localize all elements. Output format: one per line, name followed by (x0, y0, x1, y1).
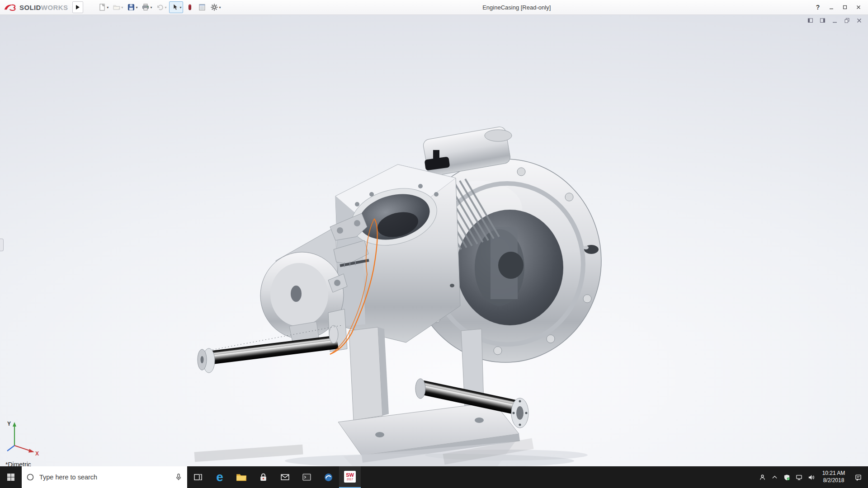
appearance-button[interactable] (184, 1, 195, 13)
graphics-area[interactable]: Y X *Dimetric (0, 14, 868, 466)
dropdown-caret: ▾ (219, 5, 221, 9)
people-button[interactable] (759, 474, 766, 481)
maximize-button[interactable] (838, 2, 852, 13)
save-button[interactable]: ▾ (126, 1, 139, 13)
undo-icon (156, 3, 164, 11)
doc-close-icon (856, 18, 862, 23)
doc-restore-icon (844, 18, 850, 23)
pane-left-icon (807, 18, 813, 23)
defender-button[interactable] (783, 474, 790, 481)
taskbar-search[interactable] (22, 466, 187, 488)
task-view-button[interactable] (187, 466, 209, 488)
appearance-icon (186, 3, 194, 11)
search-input[interactable] (38, 473, 170, 481)
dropdown-caret: ▾ (121, 5, 123, 9)
engine-casing-model[interactable] (0, 14, 868, 466)
open-button[interactable]: ▾ (111, 1, 124, 13)
pane-right-button[interactable] (819, 17, 826, 24)
undo-button[interactable]: ▾ (155, 1, 168, 13)
titlebar: SOLIDWORKS ▾ ▾ ▾ (0, 0, 868, 15)
maximize-icon (842, 5, 848, 10)
taskbar-mail-button[interactable] (274, 466, 296, 488)
menu-flyout-button[interactable] (72, 1, 83, 13)
options-gear-icon (210, 3, 218, 11)
solidworks-logo: SOLIDWORKS (0, 3, 72, 11)
brand-text: SOLIDWORKS (19, 4, 68, 11)
solidworks-window: SOLIDWORKS ▾ ▾ ▾ (0, 0, 868, 488)
system-tray: 10:21 AM 8/2/2018 (755, 466, 868, 488)
microphone-icon[interactable] (175, 473, 183, 481)
view-orientation-label: *Dimetric (5, 461, 31, 466)
tray-expand-button[interactable] (771, 474, 778, 481)
taskbar-file-explorer-button[interactable] (231, 466, 252, 488)
minimize-button[interactable] (825, 2, 838, 13)
ds-logo-icon (4, 3, 17, 11)
file-explorer-icon (236, 473, 247, 482)
help-button[interactable]: ? (811, 2, 825, 13)
open-folder-icon (113, 3, 121, 11)
pane-right-icon (820, 18, 826, 23)
close-button[interactable] (852, 2, 865, 13)
console-app-icon (302, 473, 311, 482)
task-view-icon (193, 473, 203, 482)
save-icon (127, 3, 135, 11)
solidworks-icon: SW 2017 (344, 471, 356, 483)
print-button[interactable]: ▾ (140, 1, 153, 13)
windows-start-icon (6, 473, 15, 482)
taskbar-clock[interactable]: 10:21 AM 8/2/2018 (820, 470, 848, 484)
flyout-arrow-icon (76, 5, 80, 9)
windows-taskbar: e (0, 466, 868, 488)
document-window-controls (807, 17, 863, 24)
taskbar-lock-app-button[interactable] (252, 466, 274, 488)
doc-close-button[interactable] (856, 17, 863, 24)
triad-x-label: X (35, 450, 39, 456)
volume-icon (808, 474, 815, 481)
people-icon (759, 474, 766, 481)
pane-left-button[interactable] (807, 17, 814, 24)
file-properties-icon (198, 3, 206, 11)
brand-solid: SOLID (19, 4, 41, 11)
dropdown-caret: ▾ (150, 5, 152, 9)
dropdown-caret: ▾ (179, 5, 181, 9)
minimize-icon (829, 5, 834, 10)
network-icon (796, 474, 802, 481)
clock-date: 8/2/2018 (820, 477, 848, 484)
select-button[interactable]: ▾ (169, 1, 183, 13)
taskbar-solidworks-button[interactable]: SW 2017 (339, 466, 361, 488)
main-toolbar: ▾ ▾ ▾ ▾ (97, 1, 222, 13)
doc-minimize-icon (832, 18, 838, 23)
action-center-button[interactable] (853, 474, 864, 481)
chevron-up-icon (771, 474, 778, 481)
taskbar-console-button[interactable] (296, 466, 317, 488)
close-icon (856, 5, 861, 10)
mail-icon (280, 473, 290, 482)
brand-works: WORKS (41, 4, 68, 11)
dropdown-caret: ▾ (136, 5, 137, 9)
window-controls: ? (811, 2, 868, 13)
lock-app-icon (259, 473, 268, 482)
defender-shield-icon (783, 474, 790, 481)
action-center-icon (855, 474, 862, 481)
help-icon: ? (816, 4, 820, 11)
network-button[interactable] (795, 474, 802, 481)
doc-minimize-button[interactable] (831, 17, 838, 24)
feature-pane-collapsed-tab[interactable] (0, 239, 4, 251)
dropdown-caret: ▾ (165, 5, 166, 9)
select-cursor-icon (171, 3, 179, 11)
new-document-icon (98, 3, 106, 11)
options-button[interactable]: ▾ (209, 1, 222, 13)
orientation-triad: Y X (3, 417, 42, 456)
document-title: EngineCasing [Read-only] (222, 4, 811, 11)
file-properties-button[interactable] (197, 1, 208, 13)
print-icon (142, 3, 150, 11)
breather-stub (433, 150, 439, 159)
triad-y-label: Y (7, 421, 11, 427)
volume-button[interactable] (807, 474, 815, 481)
start-button[interactable] (0, 466, 22, 488)
taskbar-edge-button[interactable]: e (209, 466, 231, 488)
clock-time: 10:21 AM (820, 470, 848, 477)
taskbar-edrawings-button[interactable] (317, 466, 339, 488)
new-document-button[interactable]: ▾ (97, 1, 110, 13)
doc-restore-button[interactable] (844, 17, 850, 24)
cortana-icon (26, 473, 34, 481)
